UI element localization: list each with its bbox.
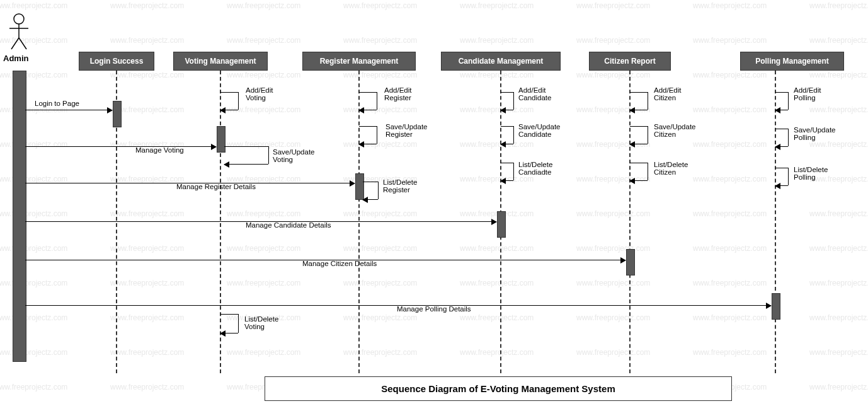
lifeline-login: Login Success — [79, 52, 154, 71]
watermark: www.freeprojectz.com — [0, 209, 67, 218]
watermark: www.freeprojectz.com — [343, 209, 417, 218]
activation-citizen — [626, 249, 635, 276]
watermark: www.freeprojectz.com — [227, 71, 300, 79]
watermark: www.freeprojectz.com — [576, 36, 650, 45]
watermark: www.freeprojectz.com — [576, 348, 650, 357]
watermark: www.freeprojectz.com — [576, 1, 650, 10]
watermark: www.freeprojectz.com — [693, 209, 767, 218]
watermark: www.freeprojectz.com — [460, 279, 534, 287]
lifeline-citizen: Citizen Report — [589, 52, 671, 71]
watermark: www.freeprojectz.com — [576, 71, 650, 79]
svg-line-4 — [19, 38, 26, 49]
activation-login — [113, 101, 122, 127]
watermark: www.freeprojectz.com — [110, 348, 184, 357]
selfmsg-candidate-save-label: Save/Update Candidate — [518, 123, 561, 138]
selfmsg-candidate-list-label: List/Delete Candiadte — [518, 161, 552, 176]
watermark: www.freeprojectz.com — [460, 175, 534, 183]
watermark: www.freeprojectz.com — [0, 383, 67, 392]
watermark: www.freeprojectz.com — [110, 36, 184, 45]
watermark: www.freeprojectz.com — [0, 71, 67, 79]
selfmsg-register-save-label: Save/Update Register — [385, 123, 428, 138]
lifeline-register: Register Management — [302, 52, 416, 71]
watermark: www.freeprojectz.com — [809, 348, 868, 357]
activation-candidate — [497, 211, 506, 238]
watermark: www.freeprojectz.com — [343, 244, 417, 253]
watermark: www.freeprojectz.com — [460, 244, 534, 253]
watermark: www.freeprojectz.com — [576, 279, 650, 287]
selfmsg-citizen-list-label: List/Delete Citizen — [654, 161, 688, 176]
watermark: www.freeprojectz.com — [693, 105, 767, 114]
watermark: www.freeprojectz.com — [693, 244, 767, 253]
watermark: www.freeprojectz.com — [343, 140, 417, 149]
watermark: www.freeprojectz.com — [227, 140, 300, 149]
selfmsg-register-add-label: Add/Edit Register — [384, 86, 411, 102]
watermark: www.freeprojectz.com — [809, 140, 868, 149]
watermark: www.freeprojectz.com — [110, 244, 184, 253]
watermark: www.freeprojectz.com — [227, 279, 300, 287]
watermark: www.freeprojectz.com — [460, 140, 534, 149]
watermark: www.freeprojectz.com — [460, 71, 534, 79]
selfmsg-citizen-add-label: Add/Edit Citizen — [654, 86, 681, 102]
selfmsg-register-list-label: List/Delete Register — [383, 178, 417, 194]
watermark: www.freeprojectz.com — [460, 1, 534, 10]
watermark: www.freeprojectz.com — [460, 36, 534, 45]
selfmsg-voting-list-label: List/Delete Voting — [244, 315, 278, 330]
watermark: www.freeprojectz.com — [460, 105, 534, 114]
watermark: www.freeprojectz.com — [693, 140, 767, 149]
watermark: www.freeprojectz.com — [343, 71, 417, 79]
actor-icon — [6, 13, 31, 50]
selfmsg-polling-add-label: Add/Edit Polling — [794, 86, 821, 102]
watermark: www.freeprojectz.com — [576, 313, 650, 322]
selfmsg-candidate-add-label: Add/Edit Candidate — [518, 86, 551, 102]
message-voting-label: Manage Voting — [135, 146, 184, 154]
watermark: www.freeprojectz.com — [227, 36, 300, 45]
watermark: www.freeprojectz.com — [343, 348, 417, 357]
watermark: www.freeprojectz.com — [809, 209, 868, 218]
svg-line-3 — [11, 38, 19, 49]
message-candidate-label: Manage Candidate Details — [246, 221, 331, 229]
lifeline-polling: Polling Management — [740, 52, 844, 71]
watermark: www.freeprojectz.com — [110, 175, 184, 183]
activation-voting — [217, 126, 226, 153]
watermark: www.freeprojectz.com — [693, 1, 767, 10]
watermark: www.freeprojectz.com — [227, 209, 300, 218]
watermark: www.freeprojectz.com — [110, 71, 184, 79]
watermark: www.freeprojectz.com — [343, 1, 417, 10]
watermark: www.freeprojectz.com — [693, 313, 767, 322]
watermark: www.freeprojectz.com — [0, 313, 67, 322]
watermark: www.freeprojectz.com — [0, 348, 67, 357]
lifeline-candidate: Candidate Management — [441, 52, 561, 71]
svg-point-0 — [14, 14, 24, 24]
watermark: www.freeprojectz.com — [809, 313, 868, 322]
watermark: www.freeprojectz.com — [343, 279, 417, 287]
selfmsg-voting-add-label: Add/Edit Voting — [246, 86, 273, 102]
message-login-label: Login to Page — [35, 100, 79, 107]
watermark: www.freeprojectz.com — [110, 209, 184, 218]
watermark: www.freeprojectz.com — [693, 36, 767, 45]
watermark: www.freeprojectz.com — [809, 1, 868, 10]
message-register-label: Manage Register Details — [176, 183, 256, 190]
watermark: www.freeprojectz.com — [227, 348, 300, 357]
watermark: www.freeprojectz.com — [343, 313, 417, 322]
watermark: www.freeprojectz.com — [227, 244, 300, 253]
lifeline-dash-register — [358, 71, 360, 373]
selfmsg-voting-save-label: Save/Update Voting — [273, 148, 315, 163]
watermark: www.freeprojectz.com — [693, 175, 767, 183]
watermark: www.freeprojectz.com — [809, 36, 868, 45]
watermark: www.freeprojectz.com — [110, 383, 184, 392]
watermark: www.freeprojectz.com — [809, 383, 868, 392]
watermark: www.freeprojectz.com — [693, 71, 767, 79]
watermark: www.freeprojectz.com — [576, 140, 650, 149]
watermark: www.freeprojectz.com — [0, 140, 67, 149]
watermark: www.freeprojectz.com — [110, 279, 184, 287]
message-login — [25, 110, 112, 110]
watermark: www.freeprojectz.com — [227, 175, 300, 183]
watermark: www.freeprojectz.com — [809, 244, 868, 253]
message-voting — [25, 146, 216, 147]
watermark: www.freeprojectz.com — [110, 313, 184, 322]
watermark: www.freeprojectz.com — [0, 244, 67, 253]
lifeline-voting: Voting Management — [173, 52, 268, 71]
activation-admin — [13, 71, 26, 362]
watermark: www.freeprojectz.com — [460, 313, 534, 322]
watermark: www.freeprojectz.com — [809, 279, 868, 287]
